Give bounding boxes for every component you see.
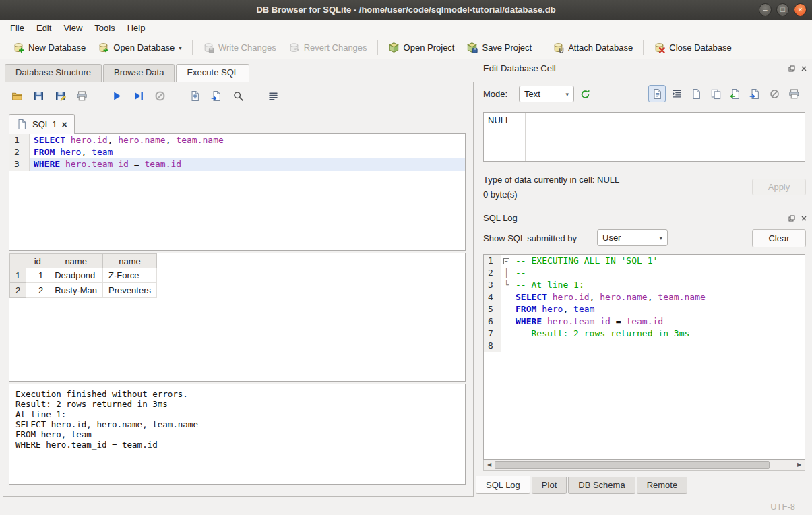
message-line: WHERE hero.team_id = team.id: [15, 440, 459, 450]
table-cell[interactable]: Deadpond: [49, 268, 103, 283]
close-tab-icon[interactable]: ×: [61, 121, 67, 129]
execute-all-button[interactable]: [108, 88, 125, 104]
tab-execute-sql[interactable]: Execute SQL: [176, 64, 249, 82]
proj-open-icon: [388, 42, 400, 53]
clear-log-button[interactable]: Clear: [752, 229, 806, 247]
column-header[interactable]: name: [49, 254, 103, 268]
close-database-button[interactable]: Close Database: [648, 39, 738, 56]
tab-database-structure[interactable]: Database Structure: [5, 64, 102, 82]
column-header[interactable]: name: [103, 254, 157, 268]
undock-icon[interactable]: [787, 64, 796, 73]
new-database-button[interactable]: New Database: [7, 39, 92, 56]
tab-browse-data[interactable]: Browse Data: [103, 64, 175, 82]
print-cell-button[interactable]: [785, 85, 803, 102]
code-line: 1−-- EXECUTING ALL IN 'SQL 1': [484, 255, 805, 267]
proj-save-icon: [466, 42, 478, 53]
undock-icon[interactable]: [787, 214, 796, 222]
doc-icon: [691, 88, 702, 100]
menu-file[interactable]: File: [4, 21, 30, 35]
printer-icon: [76, 90, 88, 102]
save-sql-file-as-button[interactable]: [52, 88, 68, 104]
menu-tools[interactable]: Tools: [88, 21, 121, 35]
menu-help[interactable]: Help: [121, 21, 152, 35]
toolbar-label: Save Project: [482, 42, 532, 53]
line-number: 2: [9, 146, 30, 158]
log-filter-combobox[interactable]: User▾: [597, 229, 668, 246]
code-line: 5FROM hero, team: [484, 303, 805, 315]
export-results-button[interactable]: [187, 88, 203, 104]
format-text-button[interactable]: [648, 85, 666, 102]
apply-button: Apply: [752, 179, 806, 195]
menu-edit[interactable]: Edit: [30, 21, 57, 35]
open-project-button[interactable]: Open Project: [382, 39, 461, 56]
scrollbar-thumb[interactable]: [495, 461, 770, 469]
maximize-button[interactable]: □: [776, 3, 789, 16]
set-null-button[interactable]: [766, 85, 783, 102]
bottom-tab-plot[interactable]: Plot: [532, 477, 567, 494]
close-panel-icon[interactable]: [799, 214, 808, 222]
right-panel: Edit Database Cell Mode: Text▾ NULL Type…: [475, 59, 812, 515]
mode-combobox[interactable]: Text▾: [519, 86, 574, 102]
toolbar-label: Attach Database: [568, 42, 633, 53]
import-cell-button[interactable]: [726, 85, 744, 102]
scroll-right-icon[interactable]: ▶: [794, 460, 805, 470]
log-horizontal-scrollbar[interactable]: ◀ ▶: [483, 460, 805, 471]
toolbar-label: Open Project: [404, 42, 455, 53]
table-cell[interactable]: Preventers: [103, 283, 157, 298]
message-line: FROM hero, team: [15, 429, 459, 440]
dropdown-caret-icon[interactable]: ▾: [179, 44, 182, 51]
cell-editor[interactable]: NULL: [483, 112, 805, 162]
code-line: 8: [484, 340, 805, 352]
open-sql-file-button[interactable]: [9, 88, 25, 104]
save-sql-file-button[interactable]: [30, 88, 46, 104]
save-results-button[interactable]: [208, 88, 224, 104]
format-indent-button[interactable]: [668, 85, 685, 102]
line-number: 2: [484, 267, 501, 279]
results-grid[interactable]: idnamename11DeadpondZ-Force22Rusty-ManPr…: [9, 253, 466, 382]
find-replace-button[interactable]: [230, 88, 246, 104]
scroll-left-icon[interactable]: ◀: [484, 460, 495, 470]
save-project-button[interactable]: Save Project: [460, 39, 538, 56]
table-cell[interactable]: 1: [26, 268, 49, 283]
edit-cell-title: Edit Database Cell: [483, 63, 556, 73]
execute-current-line-button[interactable]: [130, 88, 146, 104]
code-line: 1SELECT hero.id, hero.name, team.name: [9, 134, 465, 146]
doc-arrow-in-icon: [730, 88, 741, 100]
word-wrap-button[interactable]: [265, 88, 281, 104]
cell-size-info: 0 byte(s): [483, 189, 518, 200]
sql-tab[interactable]: SQL 1 ×: [9, 114, 75, 134]
auto-switch-mode-button[interactable]: [577, 86, 593, 102]
table-cell[interactable]: Rusty-Man: [49, 283, 103, 298]
print-sql-button[interactable]: [73, 88, 90, 104]
table-cell[interactable]: Z-Force: [103, 268, 157, 283]
column-header[interactable]: id: [26, 254, 49, 268]
table-cell[interactable]: 2: [26, 283, 49, 298]
message-line: Result: 2 rows returned in 3ms: [15, 399, 459, 409]
floppy-icon: [33, 90, 44, 102]
toolbar-label: Open Database: [113, 42, 175, 53]
db-open-icon: [98, 42, 109, 53]
close-button[interactable]: ×: [794, 3, 807, 16]
stop-icon: [154, 90, 166, 102]
code-line: 6WHERE hero.team_id = team.id: [484, 315, 805, 328]
row-number[interactable]: 1: [10, 268, 26, 283]
open-database-button[interactable]: Open Database▾: [92, 39, 188, 56]
export-cell-button[interactable]: [746, 85, 763, 102]
copy-cell-button[interactable]: [707, 85, 724, 102]
fold-marker[interactable]: −: [501, 255, 511, 267]
code-line: 4SELECT hero.id, hero.name, team.name: [484, 291, 805, 303]
bottom-tab-db-schema[interactable]: DB Schema: [568, 477, 635, 494]
attach-database-button[interactable]: Attach Database: [546, 39, 639, 56]
edit-cell-toolbar: [648, 85, 803, 102]
minimize-button[interactable]: –: [759, 3, 772, 16]
bottom-tab-sql-log[interactable]: SQL Log: [476, 476, 530, 494]
menu-view[interactable]: View: [57, 21, 88, 35]
row-number[interactable]: 2: [10, 283, 26, 298]
bottom-tab-remote[interactable]: Remote: [637, 477, 688, 494]
open-external-button[interactable]: [687, 85, 705, 102]
sql-editor[interactable]: 1SELECT hero.id, hero.name, team.name2FR…: [9, 133, 466, 251]
close-panel-icon[interactable]: [799, 64, 808, 73]
code-line: 2│--: [484, 267, 805, 279]
sql-log-view[interactable]: 1−-- EXECUTING ALL IN 'SQL 1'2│--3└-- At…: [483, 254, 805, 460]
statusbar: UTF-8: [770, 502, 795, 512]
